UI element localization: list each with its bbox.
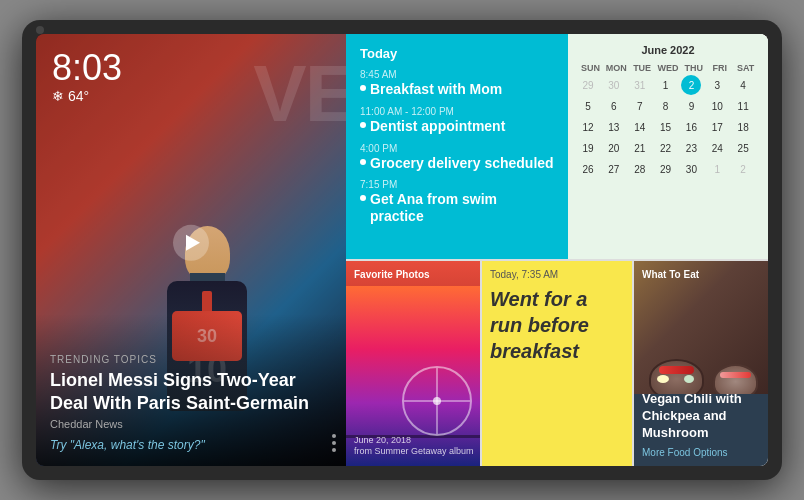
- schedule-time-1: 8:45 AM: [360, 69, 554, 80]
- cal-day: 23: [681, 138, 701, 158]
- cal-header-thu: THU: [681, 62, 706, 74]
- schedule-time-3: 4:00 PM: [360, 143, 554, 154]
- cal-day: 25: [733, 138, 753, 158]
- cal-day: 1: [707, 159, 727, 179]
- calendar-header: June 2022: [578, 44, 758, 56]
- cal-day: 17: [707, 117, 727, 137]
- news-headline: Lionel Messi Signs Two-Year Deal With Pa…: [50, 369, 332, 414]
- schedule-date: Today: [360, 46, 554, 61]
- dot-2: [332, 441, 336, 445]
- note-text: Went for a run before breakfast: [490, 286, 624, 364]
- cal-day: 30: [604, 75, 624, 95]
- schedule-time-2: 11:00 AM - 12:00 PM: [360, 106, 554, 117]
- cal-day: 20: [604, 138, 624, 158]
- temperature: 64°: [68, 88, 89, 104]
- photo-tile[interactable]: Favorite Photos June 20, 2018 from Summe…: [346, 261, 480, 466]
- cal-day: 14: [630, 117, 650, 137]
- schedule-item-2: 11:00 AM - 12:00 PM Dentist appointment: [360, 106, 554, 135]
- play-button[interactable]: [173, 225, 209, 261]
- cal-header-wed: WED: [656, 62, 681, 74]
- cal-day: 21: [630, 138, 650, 158]
- schedule-dot-4: [360, 195, 366, 201]
- cal-header-sat: SAT: [733, 62, 758, 74]
- calendar-panel: June 2022 SUN MON TUE WED THU FRI SAT 29…: [568, 34, 768, 259]
- dot-1: [332, 434, 336, 438]
- calendar-grid: SUN MON TUE WED THU FRI SAT 29 30 31 1 2…: [578, 62, 758, 179]
- cal-day: 19: [578, 138, 598, 158]
- cal-day: 24: [707, 138, 727, 158]
- cal-day: 26: [578, 159, 598, 179]
- cal-header-mon: MON: [604, 62, 629, 74]
- schedule-dot-2: [360, 122, 366, 128]
- schedule-event-4: Get Ana from swim practice: [360, 191, 554, 225]
- schedule-dot-1: [360, 85, 366, 91]
- cal-day: 15: [656, 117, 676, 137]
- news-overlay: Trending Topics Lionel Messi Signs Two-Y…: [36, 314, 346, 466]
- cal-day-today: 2: [681, 75, 701, 95]
- cal-day: 28: [630, 159, 650, 179]
- cal-day: 29: [656, 159, 676, 179]
- cal-day: 8: [656, 96, 676, 116]
- weather-icon: ❄: [52, 88, 64, 104]
- food-description: Vegan Chili with Chickpea and Mushroom: [642, 391, 760, 442]
- cal-day: 27: [604, 159, 624, 179]
- right-panel: Today 8:45 AM Breakfast with Mom 11:00 A…: [346, 34, 768, 466]
- schedule-time-4: 7:15 PM: [360, 179, 554, 190]
- schedule-item-1: 8:45 AM Breakfast with Mom: [360, 69, 554, 98]
- cal-day: 2: [733, 159, 753, 179]
- food-tile-label: What To Eat: [642, 269, 699, 280]
- time-display: 8:03: [52, 50, 122, 86]
- cal-day: 5: [578, 96, 598, 116]
- photo-tile-label: Favorite Photos: [354, 269, 430, 280]
- food-tile[interactable]: What To Eat Vegan Chili with Chickpea an…: [634, 261, 768, 466]
- schedule-panel: Today 8:45 AM Breakfast with Mom 11:00 A…: [346, 34, 568, 259]
- cal-day: 1: [656, 75, 676, 95]
- cal-header-tue: TUE: [630, 62, 655, 74]
- cal-day: 11: [733, 96, 753, 116]
- schedule-event-1: Breakfast with Mom: [360, 81, 554, 98]
- cal-day: 4: [733, 75, 753, 95]
- trending-label: Trending Topics: [50, 354, 332, 365]
- top-right: Today 8:45 AM Breakfast with Mom 11:00 A…: [346, 34, 768, 259]
- cal-day: 7: [630, 96, 650, 116]
- bg-text: VE: [253, 54, 346, 134]
- screen: VE 10 30: [36, 34, 768, 466]
- news-source: Cheddar News: [50, 418, 332, 430]
- left-panel: VE 10 30: [36, 34, 346, 466]
- cal-day: 29: [578, 75, 598, 95]
- bottom-tiles: Favorite Photos June 20, 2018 from Summe…: [346, 259, 768, 466]
- alexa-prompt: Try "Alexa, what's the story?": [50, 438, 332, 452]
- cal-day: 13: [604, 117, 624, 137]
- time-weather-widget: 8:03 ❄ 64°: [52, 50, 122, 104]
- photo-date: June 20, 2018 from Summer Getaway album: [354, 435, 474, 458]
- cal-day: 10: [707, 96, 727, 116]
- camera-dot: [36, 26, 44, 34]
- cal-day: 30: [681, 159, 701, 179]
- cal-day: 6: [604, 96, 624, 116]
- schedule-dot-3: [360, 159, 366, 165]
- cal-header-sun: SUN: [578, 62, 603, 74]
- dot-3: [332, 448, 336, 452]
- schedule-item-3: 4:00 PM Grocery delivery scheduled: [360, 143, 554, 172]
- schedule-item-4: 7:15 PM Get Ana from swim practice: [360, 179, 554, 225]
- cal-day: 12: [578, 117, 598, 137]
- cal-day: 16: [681, 117, 701, 137]
- cal-day: 18: [733, 117, 753, 137]
- cal-day: 31: [630, 75, 650, 95]
- schedule-event-3: Grocery delivery scheduled: [360, 155, 554, 172]
- food-image: [634, 261, 768, 394]
- tv-frame: VE 10 30: [22, 20, 782, 480]
- cal-header-fri: FRI: [707, 62, 732, 74]
- food-more-link[interactable]: More Food Options: [642, 447, 728, 458]
- cal-day: 9: [681, 96, 701, 116]
- note-time: Today, 7:35 AM: [490, 269, 624, 280]
- schedule-event-2: Dentist appointment: [360, 118, 554, 135]
- weather-display: ❄ 64°: [52, 88, 122, 104]
- cal-day: 3: [707, 75, 727, 95]
- play-icon: [186, 235, 200, 251]
- cal-day: 22: [656, 138, 676, 158]
- dots-menu[interactable]: [332, 434, 336, 452]
- note-tile[interactable]: Today, 7:35 AM Went for a run before bre…: [482, 261, 632, 466]
